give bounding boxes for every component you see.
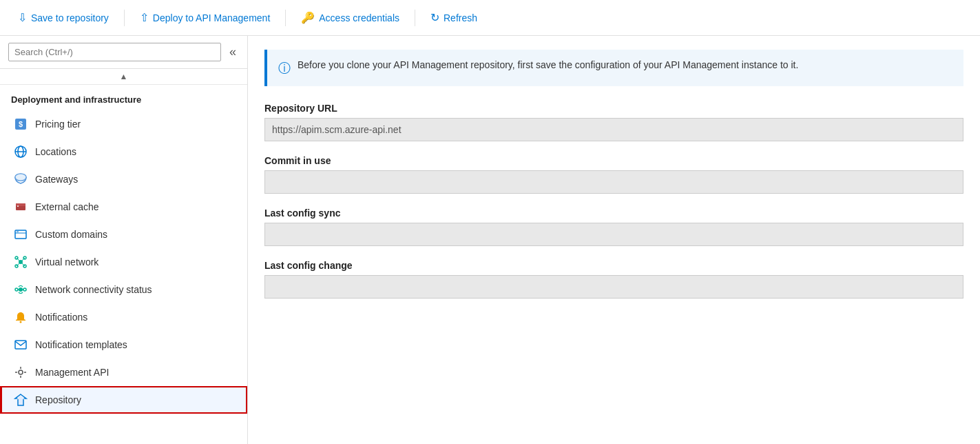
sidebar-item-label-repository: Repository	[35, 394, 81, 405]
bell-icon	[13, 310, 28, 325]
sidebar-items: $Pricing tierLocationsGatewaysExternal c…	[0, 110, 247, 414]
svg-point-24	[23, 288, 26, 291]
sidebar-item-label-virtual-network: Virtual network	[35, 256, 98, 268]
svg-point-22	[19, 287, 23, 292]
separator-1	[124, 10, 125, 26]
info-icon: ⓘ	[278, 60, 291, 77]
network-icon	[13, 254, 28, 270]
info-banner: ⓘ Before you clone your API Management r…	[264, 50, 963, 86]
field-input-commit-in-use	[264, 170, 963, 194]
field-group-last-config-sync: Last config sync	[264, 208, 963, 246]
cloud-icon	[13, 172, 28, 187]
svg-point-27	[20, 321, 22, 323]
sidebar-item-label-pricing-tier: Pricing tier	[35, 119, 81, 130]
svg-line-18	[17, 258, 21, 262]
svg-rect-9	[17, 205, 19, 207]
sidebar-item-label-locations: Locations	[35, 146, 76, 157]
svg-point-23	[15, 288, 18, 291]
field-label-last-config-sync: Last config sync	[264, 208, 963, 219]
svg-rect-12	[17, 231, 19, 232]
save-label: Save to repository	[31, 12, 109, 23]
sidebar-item-repository[interactable]: Repository	[0, 386, 247, 414]
field-label-commit-in-use: Commit in use	[264, 155, 963, 166]
deploy-to-api-button[interactable]: ⇧ Deploy to API Management	[133, 7, 277, 28]
sidebar: « ▲ Deployment and infrastructure $Prici…	[0, 36, 248, 444]
collapse-button[interactable]: «	[227, 43, 239, 61]
sidebar-item-management-api[interactable]: Management API	[0, 359, 247, 386]
sidebar-item-notification-templates[interactable]: Notification templates	[0, 331, 247, 359]
sidebar-item-label-external-cache: External cache	[35, 201, 99, 212]
api-icon	[13, 365, 28, 380]
content-area: ⓘ Before you clone your API Management r…	[248, 36, 980, 444]
sidebar-item-label-gateways: Gateways	[35, 174, 78, 185]
sidebar-item-pricing-tier[interactable]: $Pricing tier	[0, 110, 247, 138]
sidebar-item-label-notification-templates: Notification templates	[35, 339, 127, 350]
refresh-label: Refresh	[444, 12, 477, 23]
form-section: Repository URLCommit in useLast config s…	[248, 86, 980, 299]
email-icon	[13, 337, 28, 352]
toolbar: ⇩ Save to repository ⇧ Deploy to API Man…	[0, 0, 980, 36]
cache-icon	[13, 199, 28, 214]
save-to-repository-button[interactable]: ⇩ Save to repository	[11, 7, 116, 28]
svg-line-21	[21, 262, 25, 266]
separator-3	[415, 10, 415, 26]
sidebar-item-label-network-connectivity: Network connectivity status	[35, 284, 152, 295]
globe-icon	[13, 144, 28, 159]
access-label: Access credentials	[319, 12, 399, 23]
field-group-repository-url: Repository URL	[264, 103, 963, 141]
sidebar-item-external-cache[interactable]: External cache	[0, 193, 247, 221]
deploy-label: Deploy to API Management	[153, 12, 270, 23]
field-label-repository-url: Repository URL	[264, 103, 963, 114]
field-input-repository-url	[264, 118, 963, 141]
field-group-commit-in-use: Commit in use	[264, 155, 963, 194]
sidebar-item-network-connectivity[interactable]: Network connectivity status	[0, 276, 247, 303]
svg-line-19	[21, 258, 25, 262]
field-input-last-config-change	[264, 275, 963, 299]
search-input[interactable]	[8, 43, 221, 61]
field-label-last-config-change: Last config change	[264, 260, 963, 271]
sidebar-item-gateways[interactable]: Gateways	[0, 165, 247, 193]
separator-2	[285, 10, 286, 26]
sidebar-item-label-notifications: Notifications	[35, 312, 87, 323]
search-container: «	[0, 36, 247, 69]
info-banner-text: Before you clone your API Management rep…	[298, 59, 798, 70]
pricing-icon: $	[13, 117, 28, 132]
sidebar-item-virtual-network[interactable]: Virtual network	[0, 248, 247, 276]
sidebar-item-label-management-api: Management API	[35, 367, 109, 378]
access-credentials-button[interactable]: 🔑 Access credentials	[294, 7, 406, 28]
connectivity-icon	[13, 282, 28, 297]
sidebar-item-custom-domains[interactable]: Custom domains	[0, 221, 247, 248]
key-icon: 🔑	[301, 11, 315, 24]
sidebar-item-locations[interactable]: Locations	[0, 138, 247, 165]
field-group-last-config-change: Last config change	[264, 260, 963, 299]
field-input-last-config-sync	[264, 223, 963, 246]
svg-text:$: $	[19, 120, 23, 128]
svg-point-29	[19, 370, 23, 374]
svg-point-6	[15, 174, 26, 181]
repo-icon	[13, 392, 28, 407]
sidebar-item-label-custom-domains: Custom domains	[35, 229, 107, 240]
scroll-up-indicator: ▲	[120, 72, 128, 81]
refresh-button[interactable]: ↻ Refresh	[424, 7, 484, 28]
domain-icon	[13, 227, 28, 242]
deploy-icon: ⇧	[140, 11, 149, 24]
sidebar-item-notifications[interactable]: Notifications	[0, 303, 247, 331]
save-icon: ⇩	[18, 11, 27, 24]
refresh-icon: ↻	[430, 11, 439, 24]
svg-rect-28	[15, 341, 26, 349]
main-layout: « ▲ Deployment and infrastructure $Prici…	[0, 36, 980, 444]
section-title: Deployment and infrastructure	[0, 85, 247, 110]
svg-line-20	[17, 262, 21, 266]
